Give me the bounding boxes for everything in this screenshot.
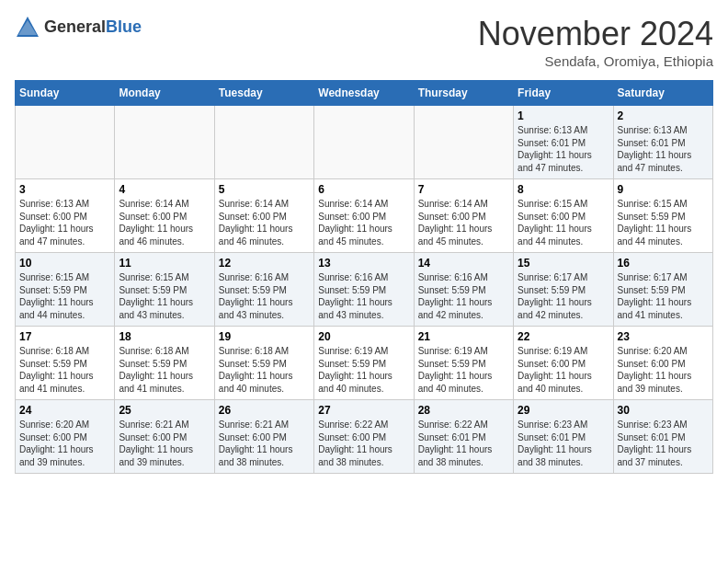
day-number: 8: [518, 183, 609, 196]
calendar-cell: 20Sunrise: 6:19 AMSunset: 5:59 PMDayligh…: [314, 327, 414, 400]
day-number: 26: [219, 404, 310, 417]
header-day-saturday: Saturday: [613, 81, 712, 106]
logo: General Blue: [15, 15, 142, 40]
logo-icon: [15, 15, 40, 40]
week-row-0: 1Sunrise: 6:13 AMSunset: 6:01 PMDaylight…: [16, 106, 713, 179]
day-info: Sunrise: 6:15 AMSunset: 5:59 PMDaylight:…: [19, 271, 110, 321]
calendar-cell: 15Sunrise: 6:17 AMSunset: 5:59 PMDayligh…: [514, 253, 613, 327]
calendar-table: SundayMondayTuesdayWednesdayThursdayFrid…: [15, 80, 713, 474]
day-info: Sunrise: 6:21 AMSunset: 6:00 PMDaylight:…: [119, 419, 210, 468]
calendar-cell: 26Sunrise: 6:21 AMSunset: 6:00 PMDayligh…: [214, 400, 313, 474]
calendar-cell: 30Sunrise: 6:23 AMSunset: 6:01 PMDayligh…: [613, 400, 712, 474]
header-day-friday: Friday: [514, 81, 613, 106]
week-row-1: 3Sunrise: 6:13 AMSunset: 6:00 PMDaylight…: [16, 179, 713, 253]
calendar-cell: 16Sunrise: 6:17 AMSunset: 5:59 PMDayligh…: [613, 253, 712, 327]
calendar-cell: [115, 106, 214, 179]
day-info: Sunrise: 6:18 AMSunset: 5:59 PMDaylight:…: [119, 345, 210, 395]
calendar-cell: [214, 106, 313, 179]
day-info: Sunrise: 6:22 AMSunset: 6:00 PMDaylight:…: [318, 419, 409, 468]
calendar-cell: 7Sunrise: 6:14 AMSunset: 6:00 PMDaylight…: [414, 179, 513, 253]
logo-general-text: General: [44, 18, 106, 37]
day-number: 23: [618, 330, 709, 343]
day-number: 12: [219, 257, 310, 270]
day-info: Sunrise: 6:14 AMSunset: 6:00 PMDaylight:…: [318, 198, 409, 247]
day-info: Sunrise: 6:13 AMSunset: 6:01 PMDaylight:…: [618, 124, 709, 174]
day-number: 3: [19, 183, 110, 196]
day-info: Sunrise: 6:19 AMSunset: 5:59 PMDaylight:…: [318, 345, 409, 395]
calendar-cell: 29Sunrise: 6:23 AMSunset: 6:01 PMDayligh…: [514, 400, 613, 474]
day-number: 5: [219, 183, 310, 196]
day-number: 30: [618, 404, 709, 417]
calendar-cell: 21Sunrise: 6:19 AMSunset: 5:59 PMDayligh…: [414, 327, 513, 400]
day-info: Sunrise: 6:16 AMSunset: 5:59 PMDaylight:…: [318, 271, 409, 321]
day-info: Sunrise: 6:18 AMSunset: 5:59 PMDaylight:…: [219, 345, 310, 395]
logo-blue-text: Blue: [106, 18, 142, 37]
day-number: 27: [318, 404, 409, 417]
day-number: 2: [618, 109, 709, 122]
day-number: 28: [418, 404, 509, 417]
week-row-4: 24Sunrise: 6:20 AMSunset: 6:00 PMDayligh…: [16, 400, 713, 474]
day-info: Sunrise: 6:23 AMSunset: 6:01 PMDaylight:…: [618, 419, 709, 468]
day-number: 14: [418, 257, 509, 270]
day-info: Sunrise: 6:16 AMSunset: 5:59 PMDaylight:…: [219, 271, 310, 321]
calendar-cell: 28Sunrise: 6:22 AMSunset: 6:01 PMDayligh…: [414, 400, 513, 474]
title-area: November 2024 Sendafa, Oromiya, Ethiopia: [478, 15, 713, 69]
day-info: Sunrise: 6:15 AMSunset: 6:00 PMDaylight:…: [518, 198, 609, 247]
header-day-tuesday: Tuesday: [214, 81, 313, 106]
calendar-cell: 12Sunrise: 6:16 AMSunset: 5:59 PMDayligh…: [214, 253, 313, 327]
svg-marker-1: [18, 20, 37, 35]
location-subtitle: Sendafa, Oromiya, Ethiopia: [478, 53, 713, 69]
day-info: Sunrise: 6:13 AMSunset: 6:00 PMDaylight:…: [19, 198, 110, 247]
day-info: Sunrise: 6:15 AMSunset: 5:59 PMDaylight:…: [119, 271, 210, 321]
calendar-cell: 2Sunrise: 6:13 AMSunset: 6:01 PMDaylight…: [613, 106, 712, 179]
day-number: 4: [119, 183, 210, 196]
day-number: 18: [119, 330, 210, 343]
day-info: Sunrise: 6:14 AMSunset: 6:00 PMDaylight:…: [219, 198, 310, 247]
day-number: 9: [618, 183, 709, 196]
day-number: 11: [119, 257, 210, 270]
calendar-cell: 19Sunrise: 6:18 AMSunset: 5:59 PMDayligh…: [214, 327, 313, 400]
calendar-cell: 25Sunrise: 6:21 AMSunset: 6:00 PMDayligh…: [115, 400, 214, 474]
calendar-cell: 24Sunrise: 6:20 AMSunset: 6:00 PMDayligh…: [16, 400, 115, 474]
day-info: Sunrise: 6:14 AMSunset: 6:00 PMDaylight:…: [418, 198, 509, 247]
day-info: Sunrise: 6:19 AMSunset: 6:00 PMDaylight:…: [518, 345, 609, 395]
header: General Blue November 2024 Sendafa, Orom…: [15, 15, 713, 69]
day-info: Sunrise: 6:20 AMSunset: 6:00 PMDaylight:…: [19, 419, 110, 468]
day-number: 19: [219, 330, 310, 343]
day-number: 29: [518, 404, 609, 417]
day-info: Sunrise: 6:19 AMSunset: 5:59 PMDaylight:…: [418, 345, 509, 395]
calendar-cell: 9Sunrise: 6:15 AMSunset: 5:59 PMDaylight…: [613, 179, 712, 253]
header-day-thursday: Thursday: [414, 81, 513, 106]
header-row: SundayMondayTuesdayWednesdayThursdayFrid…: [16, 81, 713, 106]
day-number: 7: [418, 183, 509, 196]
calendar-cell: 8Sunrise: 6:15 AMSunset: 6:00 PMDaylight…: [514, 179, 613, 253]
header-day-wednesday: Wednesday: [314, 81, 414, 106]
day-info: Sunrise: 6:22 AMSunset: 6:01 PMDaylight:…: [418, 419, 509, 468]
day-number: 16: [618, 257, 709, 270]
calendar-header: SundayMondayTuesdayWednesdayThursdayFrid…: [16, 81, 713, 106]
day-info: Sunrise: 6:17 AMSunset: 5:59 PMDaylight:…: [518, 271, 609, 321]
day-info: Sunrise: 6:16 AMSunset: 5:59 PMDaylight:…: [418, 271, 509, 321]
calendar-cell: 5Sunrise: 6:14 AMSunset: 6:00 PMDaylight…: [214, 179, 313, 253]
day-number: 25: [119, 404, 210, 417]
calendar-cell: [314, 106, 414, 179]
calendar-cell: 13Sunrise: 6:16 AMSunset: 5:59 PMDayligh…: [314, 253, 414, 327]
day-number: 15: [518, 257, 609, 270]
day-number: 17: [19, 330, 110, 343]
day-number: 10: [19, 257, 110, 270]
calendar-cell: 11Sunrise: 6:15 AMSunset: 5:59 PMDayligh…: [115, 253, 214, 327]
calendar-cell: 23Sunrise: 6:20 AMSunset: 6:00 PMDayligh…: [613, 327, 712, 400]
day-number: 22: [518, 330, 609, 343]
calendar-cell: 27Sunrise: 6:22 AMSunset: 6:00 PMDayligh…: [314, 400, 414, 474]
day-info: Sunrise: 6:23 AMSunset: 6:01 PMDaylight:…: [518, 419, 609, 468]
day-info: Sunrise: 6:15 AMSunset: 5:59 PMDaylight:…: [618, 198, 709, 247]
week-row-2: 10Sunrise: 6:15 AMSunset: 5:59 PMDayligh…: [16, 253, 713, 327]
day-info: Sunrise: 6:20 AMSunset: 6:00 PMDaylight:…: [618, 345, 709, 395]
week-row-3: 17Sunrise: 6:18 AMSunset: 5:59 PMDayligh…: [16, 327, 713, 400]
header-day-sunday: Sunday: [16, 81, 115, 106]
calendar-cell: 17Sunrise: 6:18 AMSunset: 5:59 PMDayligh…: [16, 327, 115, 400]
day-info: Sunrise: 6:18 AMSunset: 5:59 PMDaylight:…: [19, 345, 110, 395]
day-number: 21: [418, 330, 509, 343]
calendar-cell: 18Sunrise: 6:18 AMSunset: 5:59 PMDayligh…: [115, 327, 214, 400]
calendar-cell: [16, 106, 115, 179]
